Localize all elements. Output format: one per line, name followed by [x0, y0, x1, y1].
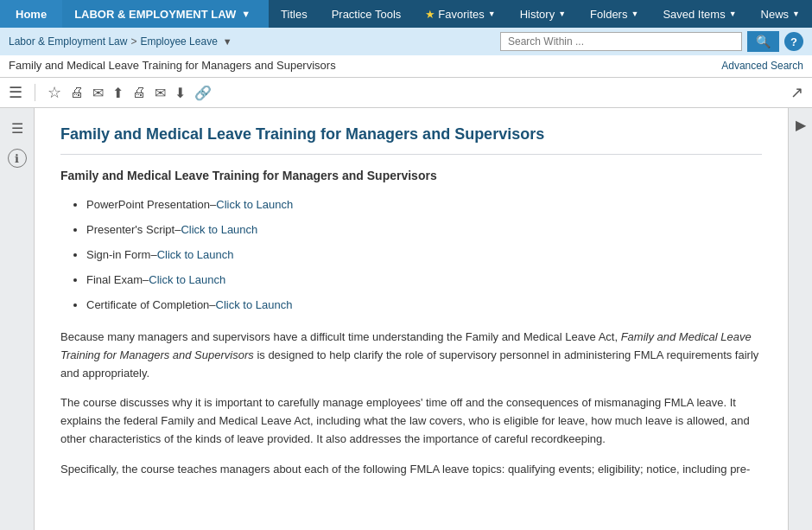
list-item: Sign-in Form–Click to Launch: [86, 248, 762, 261]
item-label-3: Sign-in Form–: [86, 248, 157, 261]
nav-practice-tools[interactable]: Practice Tools: [320, 0, 414, 28]
bookmark-icon[interactable]: ☆: [48, 83, 61, 102]
nav-saved-items[interactable]: Saved Items ▼: [650, 0, 748, 28]
breadcrumb-link1[interactable]: Labor & Employment Law: [9, 35, 127, 48]
email2-icon[interactable]: ✉: [155, 85, 166, 101]
content-area: Family and Medical Leave Training for Ma…: [35, 108, 788, 530]
toolbar-divider-1: [35, 84, 35, 101]
expand-icon[interactable]: ↗: [790, 83, 803, 102]
launch-link-3[interactable]: Click to Launch: [157, 248, 234, 261]
list-item: Final Exam–Click to Launch: [86, 273, 762, 286]
content-main-title: Family and Medical Leave Training for Ma…: [60, 125, 762, 155]
nav-news[interactable]: News ▼: [749, 0, 812, 28]
search-input[interactable]: [500, 32, 742, 51]
breadcrumb: Labor & Employment Law > Employee Leave …: [9, 35, 232, 48]
item-label-2: Presenter's Script–: [86, 223, 181, 236]
launch-link-2[interactable]: Click to Launch: [181, 223, 257, 236]
breadcrumb-bar: Labor & Employment Law > Employee Leave …: [0, 28, 812, 55]
toc-icon[interactable]: ☰: [8, 117, 27, 140]
item-label-4: Final Exam–: [86, 273, 149, 286]
print2-icon[interactable]: 🖨: [132, 85, 146, 100]
launch-link-1[interactable]: Click to Launch: [216, 198, 293, 211]
resource-list: PowerPoint Presentation–Click to Launch …: [60, 198, 762, 311]
nav-history[interactable]: History ▼: [508, 0, 578, 28]
launch-link-4[interactable]: Click to Launch: [149, 273, 225, 286]
link-icon[interactable]: 🔗: [194, 85, 212, 101]
item-label-1: PowerPoint Presentation–: [86, 198, 216, 211]
content-subtitle: Family and Medical Leave Training for Ma…: [60, 169, 762, 182]
active-section-label: LABOR & EMPLOYMENT LAW: [74, 8, 236, 21]
paragraph-1: Because many managers and supervisors ha…: [60, 329, 762, 382]
breadcrumb-link2[interactable]: Employee Leave: [140, 35, 217, 48]
menu-icon[interactable]: ☰: [9, 83, 22, 102]
right-panel-icon: ▶: [796, 117, 806, 133]
nav-favorites[interactable]: ★ Favorites ▼: [413, 0, 507, 28]
item-label-5: Certificate of Completion–: [86, 298, 216, 311]
main-layout: ☰ ℹ Family and Medical Leave Training fo…: [0, 108, 812, 530]
home-button[interactable]: Home: [0, 0, 62, 28]
page-title: Family and Medical Leave Training for Ma…: [9, 59, 336, 72]
right-panel-toggle[interactable]: ▶: [788, 108, 812, 530]
nav-titles[interactable]: Titles: [269, 0, 320, 28]
star-icon: ★: [425, 8, 435, 21]
list-item: Certificate of Completion–Click to Launc…: [86, 298, 762, 311]
paragraph-2: The course discusses why it is important…: [60, 394, 762, 448]
help-button[interactable]: ?: [784, 32, 803, 51]
active-section[interactable]: LABOR & EMPLOYMENT LAW ▼: [62, 0, 269, 28]
left-sidebar: ☰ ℹ: [0, 108, 35, 530]
favorites-arrow: ▼: [488, 10, 496, 18]
breadcrumb-dropdown-arrow[interactable]: ▼: [223, 36, 232, 47]
folders-arrow: ▼: [631, 10, 638, 18]
saved-items-arrow: ▼: [729, 10, 737, 18]
top-nav: Home LABOR & EMPLOYMENT LAW ▼ Titles Pra…: [0, 0, 812, 28]
download-icon[interactable]: ⬇: [174, 85, 186, 101]
share-icon[interactable]: ⬆: [112, 85, 124, 101]
launch-link-5[interactable]: Click to Launch: [216, 298, 293, 311]
list-item: PowerPoint Presentation–Click to Launch: [86, 198, 762, 211]
advanced-search-link[interactable]: Advanced Search: [721, 60, 803, 72]
search-bar: 🔍 ?: [500, 31, 803, 52]
email-icon[interactable]: ✉: [92, 85, 104, 101]
active-section-arrow: ▼: [241, 9, 251, 19]
search-button[interactable]: 🔍: [747, 31, 779, 52]
info-icon[interactable]: ℹ: [8, 149, 27, 168]
page-title-bar: Family and Medical Leave Training for Ma…: [0, 55, 812, 77]
news-arrow: ▼: [792, 10, 800, 18]
breadcrumb-sep: >: [130, 35, 136, 48]
nav-folders[interactable]: Folders ▼: [578, 0, 650, 28]
toolbar: ☰ ☆ 🖨 ✉ ⬆ 🖨 ✉ ⬇ 🔗 ↗: [0, 77, 812, 108]
list-item: Presenter's Script–Click to Launch: [86, 223, 762, 236]
history-arrow: ▼: [558, 10, 566, 18]
print-icon[interactable]: 🖨: [70, 85, 84, 100]
paragraph-3: Specifically, the course teaches manager…: [60, 461, 762, 479]
